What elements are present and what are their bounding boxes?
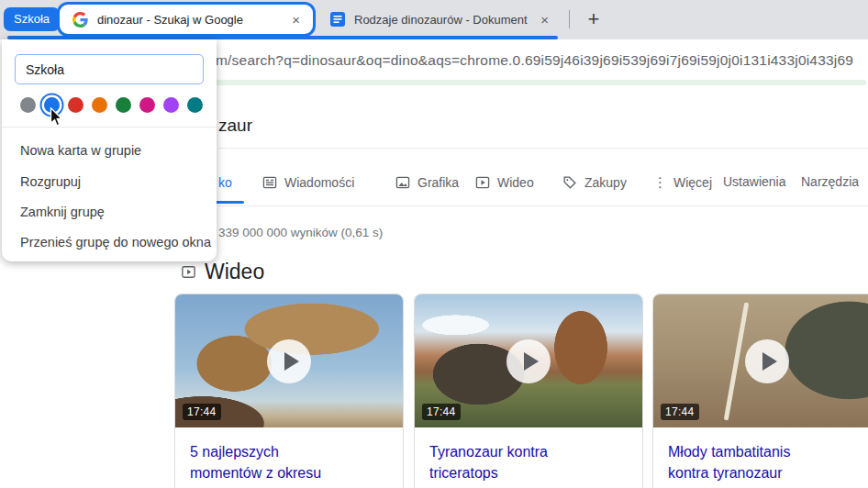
google-favicon-icon [72,12,88,28]
video-duration-badge: 17:44 [183,404,221,420]
tab-more[interactable]: ⋮ Więcej [653,174,712,191]
omnibox-url[interactable]: m/search?q=dinosaur&oq=dino&aqs=chrome.0… [216,52,853,69]
close-tab-icon[interactable]: × [288,13,304,27]
image-icon [395,174,411,191]
tab-videos[interactable]: Wideo [474,174,534,191]
video-thumbnail[interactable]: 17:44 [653,294,868,427]
tab-shopping[interactable]: Zakupy [562,174,627,191]
color-swatch-teal[interactable] [187,97,203,113]
tab-news-label: Wiadomości [284,175,354,190]
play-button-icon[interactable] [745,339,789,383]
video-duration-badge: 17:44 [661,404,699,420]
video-icon [474,174,491,191]
results-stats: 339 000 000 wyników (0,61 s) [218,226,383,239]
settings-label: Ustawienia [723,174,785,189]
tab-divider [569,10,570,28]
tab-more-label: Więcej [673,175,712,190]
search-query-text[interactable]: zaur [218,116,252,136]
play-button-icon[interactable] [267,339,311,383]
color-swatch-red[interactable] [68,97,83,113]
tab-all-results[interactable]: ko [218,175,232,190]
active-tab-underline [216,201,244,204]
tools-label: Narzędzia [801,174,859,189]
video-section-icon [181,264,196,280]
video-card[interactable]: 17:44 5 najlepszych momentów z okresu [174,294,404,488]
color-swatch-orange[interactable] [92,97,107,113]
color-swatch-grey[interactable] [20,97,36,113]
video-title-link[interactable]: 5 najlepszych momentów z okresu [175,427,403,483]
more-dots-icon: ⋮ [653,174,667,191]
tag-icon [562,174,578,191]
omnibox-highlight-band [215,80,866,85]
browser-window: Szkoła dinozaur - Szukaj w Google × Rodz… [0,0,868,488]
video-card[interactable]: 17:44 Tyranozaur kontra triceratops [414,294,643,488]
tab-google-search[interactable]: dinozaur - Szukaj w Google × [57,2,316,37]
menu-item-close-group[interactable]: Zamknij grupę [20,205,105,219]
tab-shopping-label: Zakupy [584,175,627,190]
tab-title: Rodzaje dinozaurów - Dokument [354,13,537,27]
menu-divider [2,127,217,128]
new-tab-button[interactable]: + [581,6,606,32]
searchbox-bottom-line [218,148,868,149]
color-swatch-green[interactable] [116,97,131,113]
nav-bottom-border [218,205,868,206]
video-card[interactable]: 17:44 Młody tambatitanis kontra tyranoza… [652,294,868,488]
tab-images-label: Grafika [417,175,459,190]
mouse-cursor [48,107,64,127]
tools-link[interactable]: Narzędzia [801,174,859,189]
play-button-icon[interactable] [506,339,551,383]
color-swatch-pink[interactable] [139,97,155,113]
close-tab-icon[interactable]: × [537,13,552,27]
video-title-link[interactable]: Młody tambatitanis kontra tyranozaur [653,427,868,483]
tab-strip: Szkoła dinozaur - Szukaj w Google × Rodz… [0,0,868,39]
video-thumbnail[interactable]: 17:44 [415,294,642,427]
tab-google-docs[interactable]: Rodzaje dinozaurów - Dokument × [321,0,562,39]
menu-item-ungroup[interactable]: Rozgrupuj [20,174,81,189]
tab-news[interactable]: Wiadomości [262,174,354,191]
tab-group-menu: Nowa karta w grupie Rozgrupuj Zamknij gr… [2,39,217,261]
google-docs-icon [330,12,345,27]
news-icon [262,174,278,191]
settings-link[interactable]: Ustawienia [723,174,785,189]
menu-item-move-group-to-new-window[interactable]: Przenieś grupę do nowego okna [20,235,211,250]
tab-videos-label: Wideo [497,175,534,190]
tab-group-chip[interactable]: Szkoła [4,7,60,31]
video-title-link[interactable]: Tyranozaur kontra triceratops [415,427,642,483]
color-swatch-purple[interactable] [163,97,179,113]
tab-images[interactable]: Grafika [395,174,459,191]
tab-title: dinozaur - Szukaj w Google [97,13,288,27]
video-section-heading: Wideo [181,260,264,284]
video-thumbnail[interactable]: 17:44 [175,294,403,427]
group-name-input[interactable] [15,54,204,84]
video-section-title: Wideo [205,260,264,284]
menu-item-new-tab-in-group[interactable]: Nowa karta w grupie [20,143,141,158]
video-duration-badge: 17:44 [422,404,461,420]
